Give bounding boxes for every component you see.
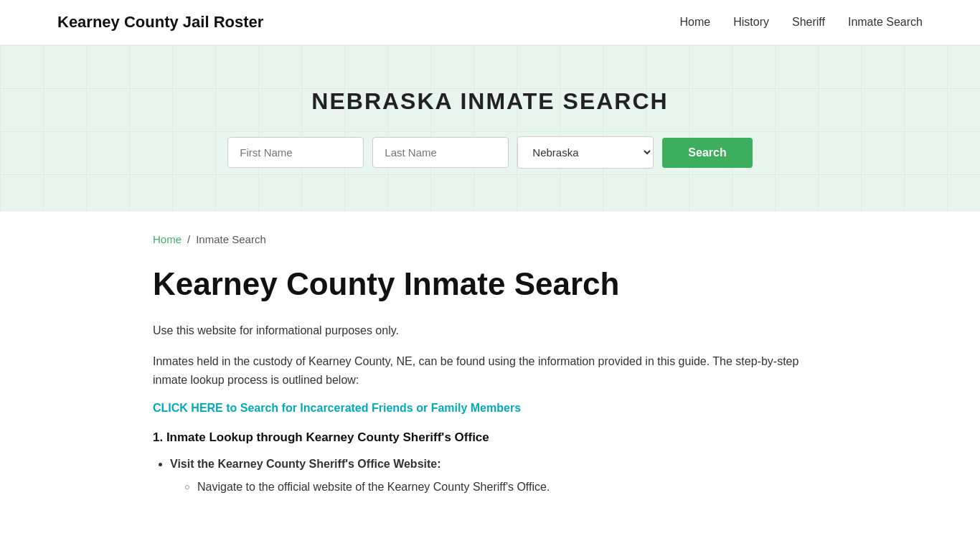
page-title: Kearney County Inmate Search — [153, 267, 827, 301]
intro-paragraph-1: Use this website for informational purpo… — [153, 321, 827, 340]
section1-bullet-list: Visit the Kearney County Sheriff's Offic… — [153, 455, 827, 497]
breadcrumb: Home / Inmate Search — [153, 233, 827, 245]
main-content: Home / Inmate Search Kearney County Inma… — [95, 212, 885, 550]
sub-bullet-item-1: Navigate to the official website of the … — [184, 478, 827, 496]
breadcrumb-current: Inmate Search — [196, 233, 266, 245]
last-name-input[interactable] — [372, 137, 509, 168]
state-select[interactable]: NebraskaAlabamaAlaskaArizonaArkansasCali… — [517, 136, 654, 169]
site-logo[interactable]: Kearney County Jail Roster — [57, 13, 263, 32]
search-form: NebraskaAlabamaAlaskaArizonaArkansasCali… — [14, 136, 966, 169]
section1-heading: 1. Inmate Lookup through Kearney County … — [153, 430, 827, 445]
breadcrumb-home[interactable]: Home — [153, 233, 182, 245]
nav-home[interactable]: Home — [680, 16, 711, 29]
main-nav: Home History Sheriff Inmate Search — [680, 16, 923, 29]
search-button[interactable]: Search — [662, 138, 752, 168]
cta-link[interactable]: CLICK HERE to Search for Incarcerated Fr… — [153, 402, 521, 415]
bullet-item-1-label: Visit the Kearney County Sheriff's Offic… — [170, 458, 441, 470]
first-name-input[interactable] — [227, 137, 364, 168]
sub-bullet-list: Navigate to the official website of the … — [170, 478, 827, 496]
nav-sheriff[interactable]: Sheriff — [792, 16, 825, 29]
site-header: Kearney County Jail Roster Home History … — [0, 0, 980, 45]
nav-history[interactable]: History — [733, 16, 769, 29]
intro-paragraph-2: Inmates held in the custody of Kearney C… — [153, 352, 827, 390]
breadcrumb-separator: / — [187, 233, 190, 245]
hero-title: NEBRASKA INMATE SEARCH — [14, 88, 966, 115]
hero-section: NEBRASKA INMATE SEARCH NebraskaAlabamaAl… — [0, 45, 980, 212]
nav-inmate-search[interactable]: Inmate Search — [848, 16, 923, 29]
bullet-item-1: Visit the Kearney County Sheriff's Offic… — [170, 455, 827, 497]
